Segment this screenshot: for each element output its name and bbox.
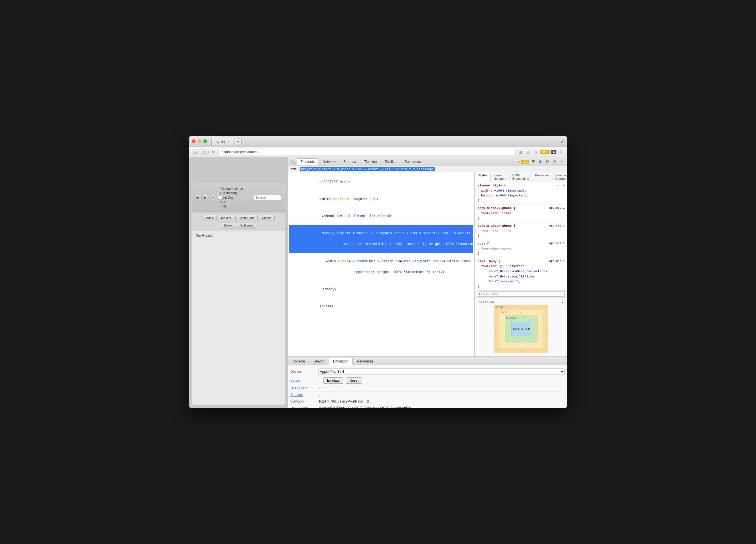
sensors-row: Sensors ✓ (290, 392, 565, 398)
window-fullscreen-button[interactable]: ⤢ (561, 139, 564, 144)
div-viewport[interactable]: ▶<div class="x-container x-sized" id="ex… (289, 253, 473, 281)
body-element-selected[interactable]: ▼<body id="ext-element-3" class="x-phone… (289, 225, 473, 253)
viewport-row: Viewport: 1024 × 768, devicePixelRatio =… (290, 398, 565, 405)
emulation-tab[interactable]: Emulation (329, 358, 353, 365)
find-styles-input[interactable] (478, 291, 565, 297)
ua-label: User agent: (290, 406, 316, 408)
event-listeners-tab[interactable]: Event Listeners (491, 172, 509, 182)
styles-tab-bar: Styles Event Listeners DOM Breakpoints P… (475, 172, 567, 182)
element-breadcrumb: html body#ext-element-3.x-phone.x-ios.x-… (288, 166, 567, 172)
tab-close-button[interactable]: × (227, 140, 229, 143)
itunes-app: ⏮ ▶ ⏭ The name of the current song John … (192, 183, 285, 405)
main-content: ⏮ ▶ ⏭ The name of the current song John … (189, 157, 567, 408)
html-doctype[interactable]: <!DOCTYPE html> (289, 174, 473, 191)
styles-tab[interactable]: Styles (475, 172, 491, 182)
list-icon[interactable]: ☰ (530, 159, 536, 165)
navigation-bar: ‹ › ↻ localhost/projects/itunes/ ⊞ ⊟ ☆ C… (189, 147, 567, 157)
itunes-nav-buttons: Music Movies Short Films Shows Books Sof… (192, 212, 285, 231)
search-icon[interactable]: 🔍 (290, 159, 296, 165)
device-select[interactable]: Apple iPad 3 / 4 (318, 368, 565, 375)
screen-checkmark: ✓ (318, 379, 321, 383)
maximize-button[interactable] (203, 139, 207, 143)
device-row: Device Apple iPad 3 / 4 (290, 367, 565, 376)
box-model-diagram: margin - border - padding (494, 305, 548, 353)
html-tree[interactable]: <!DOCTYPE html> ▼<html manifest lang="en… (288, 172, 475, 356)
box-model-area: position - margin - (475, 297, 567, 356)
refresh-button[interactable]: ↻ (210, 149, 216, 155)
tab-timeline[interactable]: Timeline (360, 158, 381, 165)
close-devtools-icon[interactable]: ✕ (559, 159, 565, 165)
css-rule-html-body: html, body { app.css:1 font-family: "Hel… (475, 258, 567, 291)
user-agent-label[interactable]: User Agent (290, 386, 316, 390)
breadcrumb-text: html body#ext-element-3.x-phone.x-ios.x-… (290, 167, 435, 171)
results-area: The Results (192, 231, 285, 405)
back-button[interactable]: ‹ (192, 149, 199, 155)
song-title: The name of the current song (220, 187, 251, 196)
reading-list-icon[interactable]: ⊟ (525, 149, 531, 155)
devtools-lower-panel: Console Search Emulation Rendering Devic… (288, 356, 567, 408)
minimize-button[interactable] (198, 139, 201, 143)
properties-tab[interactable]: Properties (532, 172, 552, 182)
device-label: Device (290, 370, 316, 374)
software-button[interactable]: Software (237, 222, 256, 228)
undock-icon[interactable]: ⊞ (552, 159, 558, 165)
next-button[interactable]: ⏭ (210, 194, 215, 201)
css-rule-body: body { app.css:1 font-size: 104%; } (475, 240, 567, 258)
html-close[interactable]: </html> (289, 298, 473, 315)
body-close[interactable]: </body> (289, 281, 473, 298)
devtools-upper-area: <!DOCTYPE html> ▼<html manifest lang="en… (288, 172, 567, 356)
sencha-tab[interactable]: Sencha Component (552, 172, 567, 182)
content-box: 1024 × 768 (511, 322, 531, 336)
more-tabs-icon[interactable]: » (518, 160, 520, 163)
console-tab[interactable]: Console (288, 358, 309, 365)
dom-breakpoints-tab[interactable]: DOM Breakpoints (509, 172, 532, 182)
menu-icon[interactable]: ≡ (558, 149, 564, 155)
star-icon[interactable]: ☆ (533, 149, 539, 155)
results-label: The Results (195, 234, 213, 238)
browser-tab[interactable]: Itunes × (211, 138, 233, 145)
books-button[interactable]: Books (221, 222, 236, 228)
styles-panel: Styles Event Listeners DOM Breakpoints P… (475, 172, 567, 356)
movies-button[interactable]: Movies (218, 215, 234, 221)
forward-button[interactable]: › (201, 149, 208, 155)
html-element[interactable]: ▼<html manifest lang="en-US"> (289, 191, 473, 208)
music-button[interactable]: Music (202, 215, 217, 221)
short-films-button[interactable]: Short Films (235, 215, 258, 221)
tab-bar: Itunes × + (211, 138, 561, 145)
position-label: position (479, 300, 494, 304)
rendering-tab[interactable]: Rendering (353, 358, 377, 365)
sensors-label[interactable]: Sensors (290, 393, 316, 397)
settings-icon[interactable]: ⚙ (538, 159, 543, 165)
user-agent-row: User Agent ✓ (290, 385, 565, 392)
find-in-styles-bar (475, 291, 567, 297)
current-time: 2:20 (220, 200, 251, 204)
shows-button[interactable]: Shows (259, 215, 275, 221)
new-tab-button[interactable]: + (235, 139, 242, 144)
accessibility-badge[interactable]: A (551, 150, 556, 154)
ua-row: User agent: Mozilla/5.0 (iPad; CPU OS 7_… (290, 405, 565, 408)
bookmark-icon[interactable]: ⊞ (517, 149, 523, 155)
ua-checkmark: ✓ (318, 387, 321, 390)
head-element[interactable]: ▶<head id="ext-element-1">…</head> (289, 208, 473, 225)
tab-resources[interactable]: Resources (401, 158, 424, 165)
css-badge[interactable]: CSS (540, 150, 550, 154)
warning-badge: ▲2 (521, 160, 529, 164)
itunes-search-input[interactable] (253, 195, 282, 200)
play-button[interactable]: ▶ (202, 194, 208, 201)
screen-row: Screen ✓ Emulate Reset (290, 376, 565, 385)
tab-network[interactable]: Network (319, 158, 339, 165)
tab-profiles[interactable]: Profiles (381, 158, 400, 165)
tab-sources[interactable]: Sources (340, 158, 360, 165)
dock-icon[interactable]: ⊡ (545, 159, 550, 165)
browser-content-area: ⏮ ▶ ⏭ The name of the current song John … (189, 157, 288, 408)
viewport-value: 1024 × 768, devicePixelRatio = 2 (318, 399, 369, 403)
search-tab[interactable]: Search (309, 358, 329, 365)
address-bar[interactable]: localhost/projects/itunes/ (218, 149, 515, 155)
tab-elements[interactable]: Elements (297, 158, 318, 165)
close-button[interactable] (192, 139, 196, 143)
css-rule-body-ios-2: body.x-ios.x-phone { app.css:1 font-size… (475, 222, 567, 240)
prev-button[interactable]: ⏮ (195, 194, 200, 201)
screen-label[interactable]: Screen (290, 379, 316, 383)
reset-button[interactable]: Reset (346, 377, 362, 384)
emulate-button[interactable]: Emulate (323, 377, 343, 384)
